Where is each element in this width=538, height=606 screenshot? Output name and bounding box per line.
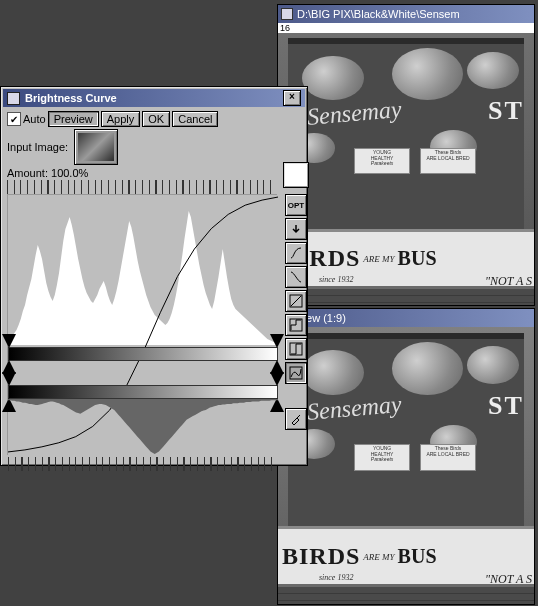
gradient-sliders [8,347,278,399]
eyedropper-icon[interactable] [285,408,307,430]
svg-marker-6 [270,372,284,386]
svg-marker-5 [2,372,16,386]
svg-marker-2 [270,334,284,348]
input-white-marker[interactable] [270,372,284,386]
input-black-marker[interactable] [2,372,16,386]
image-window-title: D:\BIG PIX\Black&White\Sensem [297,8,460,20]
output-black-marker[interactable] [2,334,16,348]
auto-checkbox[interactable]: ✔ [7,112,21,126]
preview-canvas[interactable]: Sensemay ST YOUNGHEALTHYParakeets These … [278,335,534,604]
dialog-titlebar[interactable]: Brightness Curve × [3,89,305,107]
svg-marker-1 [2,334,16,348]
input-gradient[interactable] [8,385,278,399]
opt-button[interactable]: OPT [285,194,307,216]
input-image-row: Input Image: [7,129,301,165]
image-canvas[interactable]: Sensemay ST YOUNGHEALTHYParakeets These … [278,33,534,305]
curve-editor: OPT [7,180,277,478]
histogram-zone[interactable] [7,195,278,455]
input-image-thumbnail[interactable] [74,129,118,165]
image-window: D:\BIG PIX\Black&White\Sensem 16 Sensema… [277,4,535,306]
dialog-title: Brightness Curve [25,92,117,104]
curve-inverse-icon[interactable] [285,266,307,288]
ruler-value: 16 [280,23,290,33]
auto-label: Auto [23,113,46,125]
image-window-body: 16 Sensemay ST YOUNGHEALTHYParakeets The… [278,23,534,305]
close-button[interactable]: × [283,90,301,106]
ruler-bottom [8,457,278,471]
brightness-curve-dialog: Brightness Curve × ✔ Auto Preview Apply … [0,86,308,466]
preview-button[interactable]: Preview [48,111,99,127]
arrow-down-icon[interactable] [285,218,307,240]
curve-step2-icon[interactable] [285,338,307,360]
color-swatch[interactable] [283,162,309,188]
svg-line-11 [291,296,301,306]
apply-button[interactable]: Apply [101,111,141,127]
cancel-button[interactable]: Cancel [172,111,218,127]
preview-body: Sensemay ST YOUNGHEALTHYParakeets These … [278,327,534,604]
curve-line-icon[interactable] [285,290,307,312]
ok-button[interactable]: OK [142,111,170,127]
close-icon: × [289,91,295,102]
amount-label: Amount: 100.0% [7,167,301,179]
preview-window: Preview (1:9) Sensemay ST YOUNGHEALTHYPa… [277,308,535,605]
storefront-photo-preview: Sensemay ST YOUNGHEALTHYParakeets These … [278,335,534,604]
ruler-top [7,180,277,195]
system-menu-icon[interactable] [7,92,20,105]
output-white-marker[interactable] [270,334,284,348]
curve-step-icon[interactable] [285,314,307,336]
svg-marker-9 [8,399,278,454]
histogram-lower [8,399,278,459]
image-window-titlebar[interactable]: D:\BIG PIX\Black&White\Sensem [278,5,534,23]
system-menu-icon[interactable] [281,8,293,20]
curve-free-icon[interactable] [285,362,307,384]
input-image-label: Input Image: [7,141,68,153]
curve-s-icon[interactable] [285,242,307,264]
output-gradient[interactable] [8,347,278,361]
curve-tool-column: OPT [285,194,307,430]
dialog-button-row: ✔ Auto Preview Apply OK Cancel [7,111,301,127]
preview-titlebar[interactable]: Preview (1:9) [278,309,534,327]
storefront-photo: Sensemay ST YOUNGHEALTHYParakeets These … [278,33,534,305]
